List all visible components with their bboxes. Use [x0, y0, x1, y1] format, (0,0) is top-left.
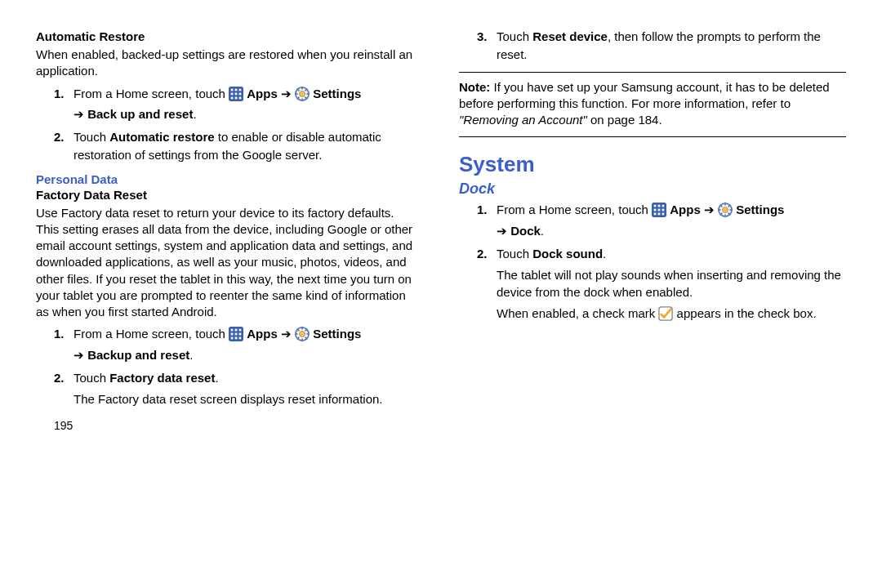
text: From a Home screen, touch [74, 327, 229, 341]
settings-icon [718, 203, 733, 222]
target-label: Backup and reset [87, 348, 189, 362]
apps-icon [652, 203, 666, 222]
automatic-restore-steps: From a Home screen, touch Apps ➔ Setting… [54, 85, 420, 164]
step: From a Home screen, touch Apps ➔ Setting… [477, 201, 846, 240]
step: Touch Factory data reset. The Factory da… [54, 369, 420, 408]
apps-icon [229, 87, 243, 106]
step: Touch Reset device, then follow the prom… [477, 28, 846, 64]
step: From a Home screen, touch Apps ➔ Setting… [54, 325, 420, 364]
sub-text: When enabled, a check mark appears in th… [497, 305, 846, 326]
text: appears in the check box. [677, 306, 817, 320]
sub-text: The tablet will not play sounds when ins… [497, 266, 846, 302]
arrow-icon: ➔ [281, 87, 292, 100]
step: Touch Automatic restore to enable or dis… [54, 128, 420, 164]
text: Touch [74, 130, 109, 144]
text: Touch [497, 29, 532, 43]
left-column: Automatic Restore When enabled, backed-u… [36, 28, 441, 588]
factory-data-reset-desc: Use Factory data reset to return your de… [36, 205, 420, 321]
check-icon [658, 306, 673, 326]
note-text: on page 184. [587, 113, 662, 127]
personal-data-heading: Personal Data [36, 172, 420, 186]
note-text: If you have set up your Samsung account,… [459, 80, 830, 110]
target-label: Dock [510, 224, 541, 238]
arrow-icon: ➔ [497, 224, 507, 238]
note-ref: "Removing an Account" [459, 113, 587, 127]
factory-reset-steps: From a Home screen, touch Apps ➔ Setting… [54, 325, 420, 408]
factory-data-reset-heading: Factory Data Reset [36, 188, 420, 202]
note-block: Note: If you have set up your Samsung ac… [459, 79, 846, 129]
apps-label: Apps [670, 203, 704, 216]
page-number: 195 [54, 419, 420, 432]
apps-label: Apps [247, 327, 281, 341]
arrow-icon: ➔ [281, 327, 292, 341]
term: Dock sound [532, 247, 603, 261]
term: Reset device [532, 29, 608, 43]
apps-label: Apps [247, 87, 281, 100]
target-label: Back up and reset [87, 107, 193, 121]
text: From a Home screen, touch [497, 203, 652, 216]
settings-icon [295, 87, 310, 106]
arrow-icon: ➔ [74, 348, 84, 362]
automatic-restore-heading: Automatic Restore [36, 29, 420, 43]
settings-label: Settings [313, 87, 361, 100]
text: Touch [497, 247, 532, 261]
text: Touch [74, 371, 109, 385]
text: . [215, 371, 218, 385]
dock-heading: Dock [459, 180, 846, 198]
manual-page: Automatic Restore When enabled, backed-u… [0, 0, 882, 588]
dock-steps: From a Home screen, touch Apps ➔ Setting… [477, 201, 846, 326]
term: Automatic restore [109, 130, 214, 144]
apps-icon [229, 327, 243, 346]
settings-label: Settings [736, 203, 784, 216]
divider [459, 72, 846, 73]
step: Touch Dock sound. The tablet will not pl… [477, 245, 846, 326]
settings-icon [295, 327, 310, 346]
arrow-icon: ➔ [704, 203, 715, 216]
text: When enabled, a check mark [497, 306, 658, 320]
right-column: Touch Reset device, then follow the prom… [441, 28, 846, 588]
sub-text: The Factory data reset screen displays r… [74, 390, 420, 408]
text: . [603, 247, 606, 261]
term: Factory data reset [109, 371, 215, 385]
text: From a Home screen, touch [74, 87, 229, 100]
factory-reset-steps-cont: Touch Reset device, then follow the prom… [477, 28, 846, 64]
divider [459, 136, 846, 137]
note-label: Note: [459, 80, 490, 94]
arrow-icon: ➔ [74, 107, 84, 121]
settings-label: Settings [313, 327, 361, 341]
step: From a Home screen, touch Apps ➔ Setting… [54, 85, 420, 124]
automatic-restore-desc: When enabled, backed-up settings are res… [36, 47, 420, 80]
system-heading: System [459, 152, 846, 177]
